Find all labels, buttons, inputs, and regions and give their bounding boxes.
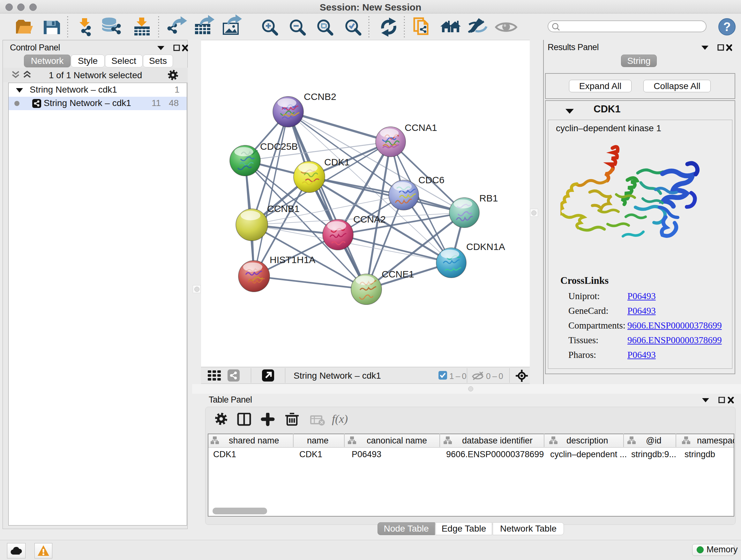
svg-text:CDC25B: CDC25B — [260, 141, 298, 152]
svg-text:RB1: RB1 — [479, 193, 498, 203]
svg-text:CDC6: CDC6 — [418, 175, 445, 185]
svg-text:CCNA2: CCNA2 — [353, 214, 386, 225]
svg-text:CCNB1: CCNB1 — [267, 203, 300, 214]
svg-text:@id: @id — [646, 436, 661, 445]
svg-text:CCNE1: CCNE1 — [382, 269, 414, 279]
svg-text:CDK1: CDK1 — [213, 449, 236, 459]
svg-text:CDKN1A: CDKN1A — [466, 241, 505, 252]
svg-text:cyclin–dependent ...: cyclin–dependent ... — [550, 449, 627, 459]
svg-text:stringdb:9...: stringdb:9... — [631, 449, 676, 459]
svg-text:CCNB2: CCNB2 — [304, 91, 336, 102]
svg-text:CDK1: CDK1 — [299, 449, 322, 459]
svg-text:database identifier: database identifier — [462, 436, 533, 445]
svg-text:P06493: P06493 — [352, 449, 381, 459]
svg-text:9606.ENSP00000378699: 9606.ENSP00000378699 — [446, 449, 544, 459]
svg-text:description: description — [566, 436, 608, 445]
svg-text:HIST1H1A: HIST1H1A — [270, 254, 315, 265]
svg-text:stringdb: stringdb — [684, 449, 715, 459]
svg-text:canonical name: canonical name — [367, 436, 427, 445]
svg-text:namespac: namespac — [697, 436, 734, 445]
svg-text:CDK1: CDK1 — [324, 157, 350, 167]
svg-text:?: ? — [723, 20, 731, 34]
svg-text:name: name — [307, 436, 329, 445]
svg-text:shared name: shared name — [229, 436, 279, 445]
svg-text:CCNA1: CCNA1 — [405, 122, 437, 133]
